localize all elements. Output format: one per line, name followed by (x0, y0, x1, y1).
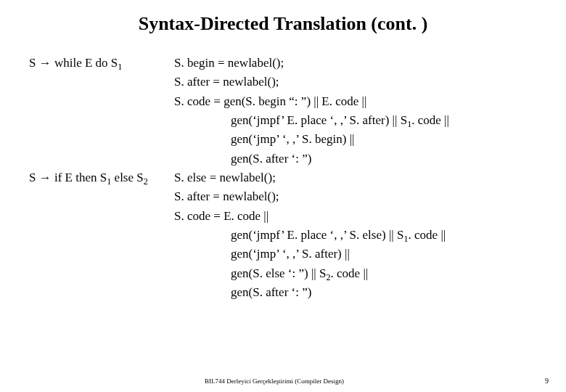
productions-column: S → while E do S1 S → if E then S1 else … (29, 54, 174, 302)
production-while: S → while E do S1 (29, 54, 174, 73)
arrow-icon: → (39, 56, 52, 70)
footer-page-number: 9 (545, 377, 549, 385)
if-subb-post: . code || (331, 266, 369, 280)
semantics-column: S. begin = newlabel(); S. after = newlab… (174, 54, 537, 302)
while-indent-1: gen(‘jmpf’ E. place ‘, ,’ S. after) || S… (174, 111, 537, 130)
if-line-1: S. else = newlabel(); (174, 168, 537, 187)
prod-if-pre: S (29, 171, 39, 184)
prod-while-post: while E do S (52, 56, 118, 70)
production-ifelse: S → if E then S1 else S2 (29, 168, 174, 187)
if-indent-1: gen(‘jmpf’ E. place ‘, ,’ S. else) || S1… (174, 226, 537, 245)
while-line-3: S. code = gen(S. begin “: ”) || E. code … (174, 92, 537, 111)
footer-course: BIL744 Derleyici Gerçekleştirimi (Compil… (205, 377, 344, 385)
prod-if-sub2: 2 (144, 176, 148, 187)
prod-spacer (29, 73, 174, 168)
while-line-1: S. begin = newlabel(); (174, 54, 537, 73)
if-suba-pre: gen(‘jmpf’ E. place ‘, ,’ S. else) || S (231, 228, 403, 242)
if-line-3: S. code = E. code || (174, 207, 537, 226)
while-line-2: S. after = newlabel(); (174, 73, 537, 91)
while-indent-2: gen(‘jmp’ ‘, ,’ S. begin) || (174, 130, 537, 149)
footer: BIL744 Derleyici Gerçekleştirimi (Compil… (0, 377, 566, 385)
while-sub-post: . code || (411, 113, 449, 127)
if-suba-post: . code || (409, 228, 446, 242)
slide-title: Syntax-Directed Translation (cont. ) (29, 13, 537, 35)
slide: Syntax-Directed Translation (cont. ) S →… (0, 0, 566, 392)
prod-if-mid1: if E then S (52, 171, 107, 184)
if-indent-3: gen(S. else ‘: ”) || S2. code || (174, 264, 537, 283)
prod-while-sub: 1 (118, 62, 122, 72)
if-indent-2: gen(‘jmp’ ‘, ,’ S. after) || (174, 245, 537, 264)
while-sub-pre: gen(‘jmpf’ E. place ‘, ,’ S. after) || S (231, 113, 407, 127)
arrow-icon: → (39, 171, 52, 184)
if-indent-4: gen(S. after ‘: ”) (174, 283, 537, 302)
if-line-2: S. after = newlabel(); (174, 187, 537, 206)
prod-if-mid2: else S (111, 171, 143, 184)
prod-while-pre: S (29, 56, 39, 70)
while-indent-3: gen(S. after ‘: ”) (174, 150, 537, 168)
if-subb-pre: gen(S. else ‘: ”) || S (231, 266, 326, 280)
content-area: S → while E do S1 S → if E then S1 else … (29, 54, 537, 302)
